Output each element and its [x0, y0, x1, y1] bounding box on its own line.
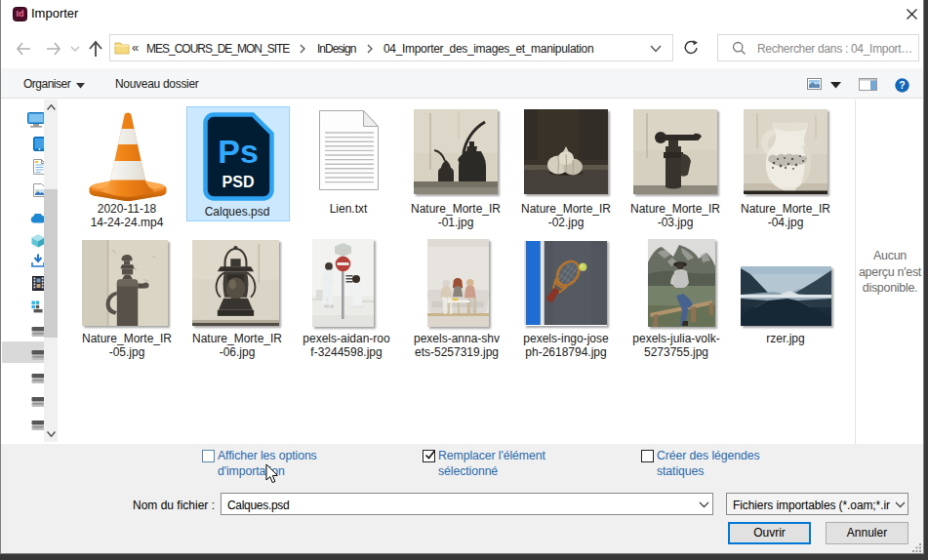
svg-text:?: ?	[899, 79, 905, 91]
svg-text:Ps: Ps	[218, 133, 259, 170]
svg-text:PSD: PSD	[222, 174, 255, 190]
